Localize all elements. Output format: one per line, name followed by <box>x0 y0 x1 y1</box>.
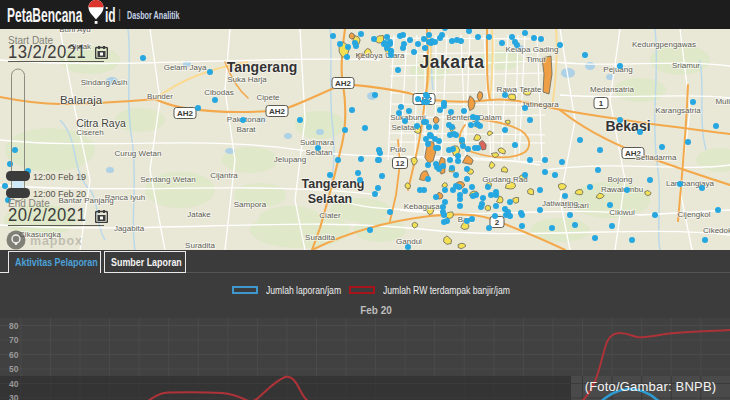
svg-text:80: 80 <box>9 321 19 331</box>
svg-text:12:00 Feb 19: 12:00 Feb 19 <box>33 172 86 182</box>
svg-text:50: 50 <box>9 364 19 374</box>
svg-text:mapbox: mapbox <box>30 234 83 248</box>
svg-text:60: 60 <box>9 350 19 360</box>
svg-text:30: 30 <box>9 393 19 400</box>
svg-text:40: 40 <box>9 379 19 389</box>
svg-text:70: 70 <box>9 335 19 345</box>
